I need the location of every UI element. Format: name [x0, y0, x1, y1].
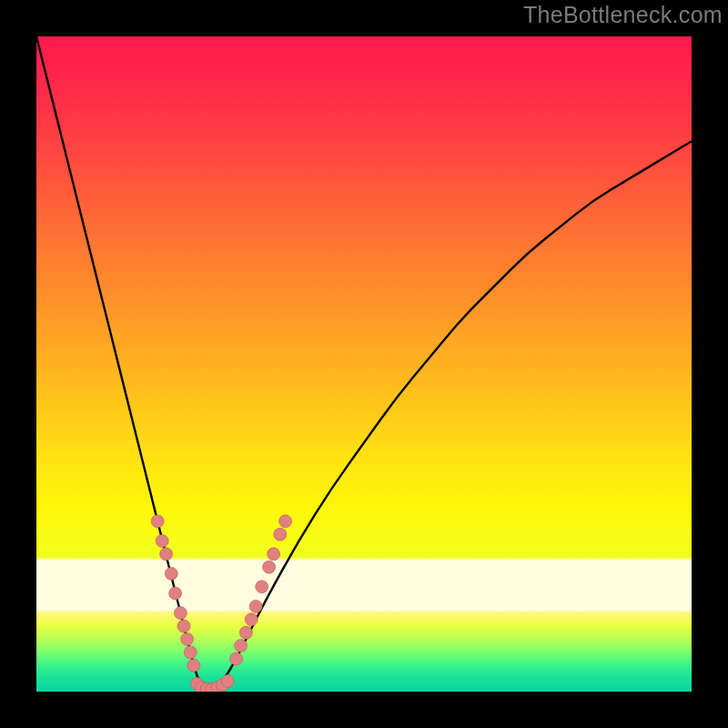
- marker-right: [263, 561, 276, 573]
- watermark-text: TheBottleneck.com: [523, 2, 723, 28]
- marker-left: [160, 548, 173, 561]
- marker-right: [230, 652, 243, 665]
- marker-left: [151, 515, 164, 528]
- marker-left: [169, 587, 182, 600]
- marker-bottom: [221, 675, 234, 688]
- curve-layer: [36, 36, 692, 692]
- plot-area: [36, 36, 692, 692]
- marker-left: [181, 632, 194, 645]
- marker-left: [165, 567, 177, 580]
- marker-right: [249, 600, 262, 612]
- marker-left: [174, 607, 187, 620]
- marker-left: [177, 620, 190, 632]
- marker-left: [184, 646, 197, 659]
- bottleneck-curve: [36, 36, 692, 692]
- marker-left: [187, 659, 200, 672]
- marker-right: [245, 613, 258, 626]
- marker-right: [279, 515, 292, 528]
- marker-right: [274, 528, 287, 541]
- marker-right: [268, 548, 280, 561]
- marker-right: [235, 640, 248, 652]
- marker-right: [239, 626, 252, 639]
- marker-right: [256, 581, 268, 593]
- chart-frame: TheBottleneck.com: [0, 0, 728, 728]
- marker-left: [156, 534, 168, 547]
